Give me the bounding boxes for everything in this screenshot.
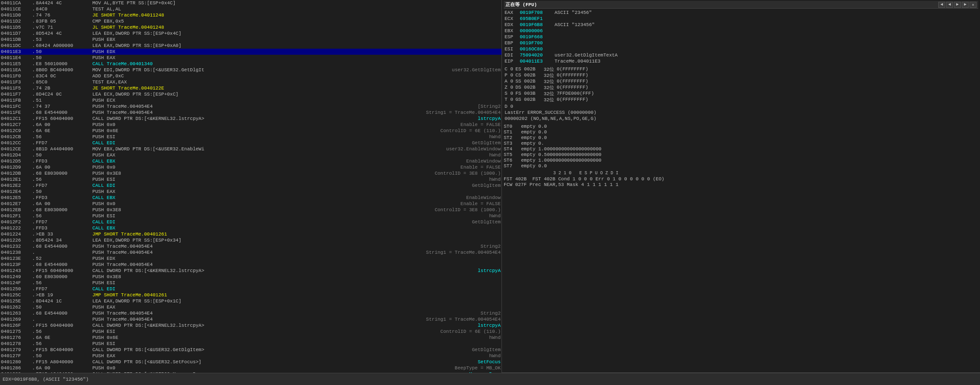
disasm-scroll[interactable]: 04011CA . 8A4424 4C MOV AL,BYTE PTR SS:[…	[0, 0, 502, 373]
fcw-row: FCW 027F Prec NEAR,53 Mask 4 1 1 1 1 1 1	[504, 182, 978, 187]
seg-row-2: A 0 SS 002B 32位 0(FFFFFFFF)	[504, 78, 978, 84]
table-row[interactable]: 04011EA . 8B0D BC404000 MOV EDI,DWORD PT…	[0, 67, 502, 73]
reg-ebx-row: EBX 00000006	[504, 28, 978, 34]
table-row[interactable]: 04012E7 . 6A 00 PUSH 0x0 Enable = FALSE	[0, 201, 502, 207]
nav-close[interactable]: ✕	[970, 2, 977, 8]
nav-buttons: ◄ ◄ ► ► ✕	[938, 2, 977, 8]
status-bar: EDX=0019F6B8, (ASCII "123456")	[0, 373, 980, 385]
efl-row: 00000202 (NO,NB,NE,A,NS,PO,GE,G)	[504, 116, 978, 122]
reg-ebp-row: EBP 0019F700	[504, 40, 978, 46]
table-row[interactable]: 04011D7 . 8D5424 4C LEA EDX,DWORD PTR SS…	[0, 30, 502, 37]
table-row[interactable]: 0401262 . 50 PUSH EAX	[0, 304, 502, 310]
table-row[interactable]: 04011F3 . 85C0 TEST EAX,EAX	[0, 79, 502, 85]
table-row[interactable]: 04012D9 . 6A 00 PUSH 0x0 Enable = FALSE	[0, 164, 502, 170]
table-row[interactable]: 04012C7 . 6A 00 PUSH 0x0 Enable = FALSE	[0, 122, 502, 128]
table-row[interactable]: 04012EB . 68 E8030000 PUSH 0x3E8 Control…	[0, 207, 502, 213]
fst-row2: FST 402B FST 402B Cond 1 0 0 0 Err 0 1 0…	[504, 176, 978, 182]
table-row[interactable]: 0401288 . FF15 AC404000 CALL DWORD PTR D…	[0, 371, 502, 373]
fpu-st0: ST0 empty 0.0	[504, 123, 978, 129]
table-row[interactable]: 04012E2 . FFD7 CALL EDI GetDlgItem	[0, 183, 502, 189]
table-row[interactable]: 04012F1 . 56 PUSH ESI hWnd	[0, 213, 502, 219]
table-row[interactable]: 0401269 . PUSH TraceMe.004054E4 String1 …	[0, 316, 502, 322]
table-row[interactable]: 04011DC . 68424 A000000 LEA EAX,DWORD PT…	[0, 43, 502, 49]
nav-next[interactable]: ►	[954, 2, 961, 8]
table-row[interactable]: 0401280 . FF15 A8040000 CALL DWORD PTR D…	[0, 359, 502, 365]
register-panel: 正在等 (FPU) ◄ ◄ ► ► ✕ EAX 0019F708 ASCII "…	[502, 0, 980, 373]
table-row[interactable]: 0401250 . FFD7 CALL EDI	[0, 286, 502, 292]
table-row[interactable]: 0401278 . 56 PUSH ESI	[0, 341, 502, 347]
reg-ecx-row: ECX 695B0EF1	[504, 16, 978, 22]
table-row[interactable]: 0401286 . 6A 00 PUSH 0x0 BeepType = MB_O…	[0, 365, 502, 371]
table-row[interactable]: 04011CA . 8A4424 4C MOV AL,BYTE PTR SS:[…	[0, 0, 502, 6]
table-row[interactable]: 0401226 . 8D5424 34 LEA EDX,DWORD PTR SS…	[0, 237, 502, 243]
table-row[interactable]: 04011E5 . E8 56010000 CALL TraceMe.00401…	[0, 61, 502, 67]
table-row[interactable]: 04011DB . 53 PUSH EBX	[0, 37, 502, 43]
table-row[interactable]: 040125C . >EB 19 JMP SHORT TraceMe.00401…	[0, 292, 502, 298]
reg-eip-row: EIP 004011E3 TraceMe.004011E3	[504, 58, 978, 64]
reg-esi-row: ESI 0016OC80	[504, 46, 978, 52]
table-row[interactable]: 0401232 . 68 E4544000 PUSH TraceMe.00405…	[0, 243, 502, 249]
table-row[interactable]: 040126F . FF15 60404000 CALL DWORD PTR D…	[0, 322, 502, 329]
status-text: EDX=0019F6B8, (ASCII "123456")	[3, 377, 89, 382]
reg-edx-row: EDX 0019F6B8 ASCII "123456"	[504, 22, 978, 28]
table-row[interactable]: 04011D5 . v7C 71 JL SHORT TraceMe.004012…	[0, 24, 502, 30]
d-row: D 0	[504, 103, 978, 110]
nav-prev[interactable]: ◄	[946, 2, 953, 8]
table-row[interactable]: 04011FE . 68 E4544000 PUSH TraceMe.00405…	[0, 110, 502, 116]
fpu-st7: ST7 empty 0.0	[504, 163, 978, 169]
fpu-st4: ST4 empty 1.00000000000000000000	[504, 146, 978, 152]
table-row[interactable]: 04012E4 . 50 PUSH EAX	[0, 189, 502, 195]
table-row[interactable]: 04011E3 . 50 PUSH EDX	[0, 49, 502, 55]
table-row[interactable]: 040123F . 68 E4544000 PUSH TraceMe.00405…	[0, 262, 502, 268]
table-row[interactable]: 04012D5 . FFD3 CALL EBX EnableWindow	[0, 158, 502, 164]
table-row[interactable]: 04012E5 . FFD3 CALL EBX EnableWindow	[0, 195, 502, 201]
seg-row-3: Z 0 DS 002B 32位 0(FFFFFFFF)	[504, 84, 978, 90]
table-row[interactable]: 040127F . 50 PUSH EAX hWnd	[0, 353, 502, 359]
table-row[interactable]: 0401224 . >EB 33 JMP SHORT TraceMe.00401…	[0, 231, 502, 237]
table-row[interactable]: 04011FB . 51 PUSH ECX	[0, 97, 502, 103]
lasterr-row: LastErr ERROR_SUCCESS (00000000)	[504, 110, 978, 116]
table-row[interactable]: 0401243 . FF15 60404000 CALL DWORD PTR D…	[0, 268, 502, 274]
table-row[interactable]: 04011F5 . 74 2B JE SHORT TraceMe.0040122…	[0, 85, 502, 91]
table-row[interactable]: 04011F7 . 8D4C24 0C LEA ECX,DWORD PTR SS…	[0, 91, 502, 97]
table-row[interactable]: 04011CE . 84C0 TEST AL,AL	[0, 6, 502, 12]
disasm-panel: 04011CA . 8A4424 4C MOV AL,BYTE PTR SS:[…	[0, 0, 502, 373]
table-row[interactable]: 0401279 . FF15 BC404000 CALL DWORD PTR D…	[0, 347, 502, 353]
table-row[interactable]: 04011D2 . 83FB 05 CMP EBX,0x5	[0, 18, 502, 24]
nav-prev-prev[interactable]: ◄	[938, 2, 945, 8]
table-row[interactable]: 04012C1 . FF15 60404000 CALL DWORD PTR D…	[0, 116, 502, 122]
nav-next-next[interactable]: ►	[962, 2, 969, 8]
table-row[interactable]: 04011D0 . 74 76 JE SHORT TraceMe.0401124…	[0, 12, 502, 18]
table-row[interactable]: 04012C9 . 6A 6E PUSH 0x6E ControlID = 6E…	[0, 128, 502, 134]
table-row[interactable]: 04012DB . 68 E8030000 PUSH 0x3E8 Control…	[0, 170, 502, 176]
table-row[interactable]: 0401222 . FFD3 CALL EBX	[0, 225, 502, 231]
table-row[interactable]: 04012CE . 8B1D A4404000 MOV EBX,DWORD PT…	[0, 146, 502, 152]
fpu-st3: ST3 empty 0.	[504, 140, 978, 146]
table-row[interactable]: 04012CB . 56 PUSH ESI hWnd	[0, 134, 502, 140]
fpu-st1: ST1 empty 0.0	[504, 129, 978, 135]
table-row[interactable]: 0401263 . 68 E4544000 PUSH TraceMe.00405…	[0, 310, 502, 316]
right-panel: 正在等 (FPU) ◄ ◄ ► ► ✕ EAX 0019F708 ASCII "…	[502, 0, 980, 373]
table-row[interactable]: 04011F0 . 83C4 0C ADD ESP,0xC	[0, 73, 502, 79]
table-row[interactable]: 0401249 . 60 E8030000 PUSH 0x3E8	[0, 274, 502, 280]
table-row[interactable]: 04012E1 . 56 PUSH ESI hWnd	[0, 176, 502, 183]
table-row[interactable]: 04012CC . FFD7 CALL EDI GetDlgItem	[0, 140, 502, 146]
reg-esp-row: ESP 0019F668	[504, 34, 978, 40]
table-row[interactable]: 040125E . 8D4424 1C LEA EAX,DWORD PTR SS…	[0, 298, 502, 304]
seg-row-1: P 0 CS 002B 32位 0(FFFFFFFF)	[504, 72, 978, 78]
table-row[interactable]: 04012D4 . 50 PUSH EAX hWnd	[0, 152, 502, 158]
table-row[interactable]: 0401276 . 6A 6E PUSH 0x6E hWnd	[0, 335, 502, 341]
table-row[interactable]: 0401238 . PUSH TraceMe.004054E4 String1 …	[0, 249, 502, 256]
reg-edi-row: EDI 75094020 user32.GetDlgItemTextA	[504, 52, 978, 58]
fst-row: 3 2 1 0 E S P U O Z D I	[504, 170, 978, 176]
seg-row-5: T 0 GS 002B 32位 0(FFFFFFFF)	[504, 96, 978, 103]
fpu-st6: ST6 empty 1.00000000000000000000	[504, 157, 978, 163]
table-row[interactable]: 040124F . 56 PUSH ESI	[0, 280, 502, 286]
fpu-st5: ST5 empty 0.50000000000000000000	[504, 152, 978, 157]
table-row[interactable]: 0401275 . 56 PUSH ESI ControlID = 6E (11…	[0, 329, 502, 335]
table-row[interactable]: 04012F2 . FFD7 CALL EDI GetDlgItem	[0, 219, 502, 225]
table-row[interactable]: 04011E4 . 50 PUSH EAX	[0, 55, 502, 61]
table-row[interactable]: 040123E . 52 PUSH EDX	[0, 256, 502, 262]
seg-row-0: C 0 ES 002B 32位 0(FFFFFFFF)	[504, 66, 978, 72]
table-row[interactable]: 04011FC . 74 37 PUSH TraceMe.004054E4 [S…	[0, 103, 502, 110]
